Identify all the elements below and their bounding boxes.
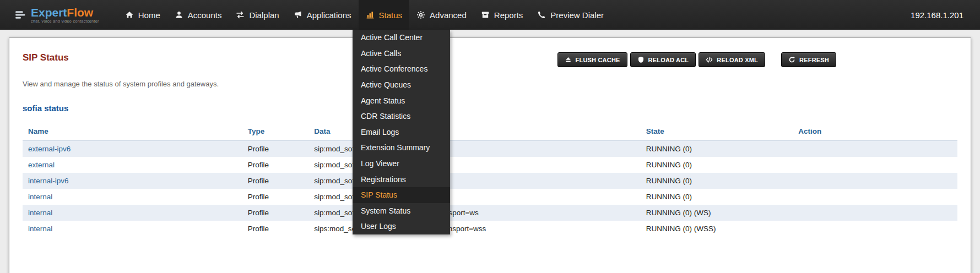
nav-item-label: Home	[138, 10, 160, 20]
button-label: FLUSH CACHE	[576, 57, 620, 63]
box-icon	[481, 10, 490, 19]
column-header-state: State	[641, 123, 793, 140]
cell-type: Profile	[242, 173, 308, 189]
cell-state: RUNNING (0)	[641, 157, 793, 173]
menu-item-active-queues[interactable]: Active Queues	[353, 77, 450, 93]
cell-action	[793, 157, 957, 173]
nav-item-dialplan[interactable]: Dialplan	[229, 0, 286, 30]
table-header-row: Name Type Data State Action	[23, 123, 957, 140]
phone-icon	[537, 10, 546, 19]
chart-icon	[366, 10, 375, 19]
nav-item-label: Advanced	[430, 10, 467, 20]
nav-item-label: Dialplan	[249, 10, 279, 20]
menu-item-sip-status[interactable]: SIP Status	[353, 187, 450, 203]
nav-item-label: Status	[379, 10, 403, 20]
cell-action	[793, 221, 957, 237]
home-icon	[125, 10, 134, 19]
transfer-icon	[236, 10, 245, 19]
logo-part1: Expert	[31, 6, 67, 19]
column-header-type: Type	[242, 123, 308, 140]
megaphone-icon	[294, 10, 302, 19]
content-card: FLUSH CACHE RELOAD ACL RELOAD XML REFRES…	[9, 37, 971, 273]
code-icon	[706, 56, 713, 63]
logo[interactable]: ExpertFlow chat, voice and video contact…	[15, 7, 99, 23]
logo-icon	[15, 9, 26, 20]
menu-item-active-calls[interactable]: Active Calls	[353, 46, 450, 62]
cell-type: Profile	[242, 221, 308, 237]
nav-item-label: Applications	[307, 10, 351, 20]
gear-icon	[416, 10, 425, 19]
cell-type: Profile	[242, 189, 308, 205]
menu-item-system-status[interactable]: System Status	[353, 203, 450, 219]
menu-item-email-logs[interactable]: Email Logs	[353, 124, 450, 140]
button-label: RELOAD ACL	[648, 57, 689, 63]
page-description: View and manage the status of system pro…	[23, 80, 957, 88]
nav-item-accounts[interactable]: Accounts	[167, 0, 229, 30]
logo-name: ExpertFlow	[31, 7, 99, 18]
logo-text: ExpertFlow chat, voice and video contact…	[31, 7, 99, 23]
cell-action	[793, 205, 957, 221]
user-icon	[175, 10, 183, 19]
reload-acl-button[interactable]: RELOAD ACL	[630, 52, 696, 67]
table-row: internal Profile sip:mod_sofia@192.168.1…	[23, 205, 957, 221]
profile-link[interactable]: internal	[28, 225, 52, 233]
table-row: internal Profile sip:mod_sofia@192.168.1…	[23, 189, 957, 205]
cell-state: RUNNING (0) (WSS)	[641, 221, 793, 237]
cell-action	[793, 173, 957, 189]
toolbar: FLUSH CACHE RELOAD ACL RELOAD XML REFRES…	[557, 52, 836, 67]
nav-item-status[interactable]: Status	[359, 0, 410, 30]
nav-item-home[interactable]: Home	[118, 0, 167, 30]
nav-item-applications[interactable]: Applications	[286, 0, 359, 30]
table-row: internal Profile sips:mod_sofia@192.168.…	[23, 221, 957, 237]
table-row: external Profile sip:mod_sofia@192.168.1…	[23, 157, 957, 173]
section-title: sofia status	[23, 103, 957, 113]
logo-part2: Flow	[67, 6, 93, 19]
cell-action	[793, 189, 957, 205]
menu-item-active-conferences[interactable]: Active Conferences	[353, 61, 450, 77]
cell-type: Profile	[242, 157, 308, 173]
profile-link[interactable]: internal	[28, 193, 52, 201]
table-row: external-ipv6 Profile sip:mod_sofia@[::]…	[23, 140, 957, 157]
cell-type: Profile	[242, 140, 308, 157]
nav-item-label: Accounts	[188, 10, 222, 20]
nav-item-label: Preview Dialer	[550, 10, 604, 20]
cell-state: RUNNING (0)	[641, 173, 793, 189]
menu-item-registrations[interactable]: Registrations	[353, 171, 450, 187]
refresh-icon	[788, 56, 795, 63]
menu-item-user-logs[interactable]: User Logs	[353, 219, 450, 234]
eject-icon	[565, 56, 572, 63]
button-label: REFRESH	[799, 57, 829, 63]
column-header-name: Name	[23, 123, 242, 140]
server-address: 192.168.1.201	[911, 10, 963, 20]
button-label: RELOAD XML	[717, 57, 758, 63]
menu-item-active-call-center[interactable]: Active Call Center	[353, 30, 450, 46]
cell-action	[793, 140, 957, 157]
nav-item-reports[interactable]: Reports	[474, 0, 530, 30]
refresh-button[interactable]: REFRESH	[781, 52, 836, 67]
profile-link[interactable]: external	[28, 161, 55, 169]
flush-cache-button[interactable]: FLUSH CACHE	[557, 52, 627, 67]
column-header-action: Action	[793, 123, 957, 140]
shield-icon	[637, 56, 645, 63]
profile-link[interactable]: internal-ipv6	[28, 177, 69, 185]
nav-item-preview-dialer[interactable]: Preview Dialer	[530, 0, 611, 30]
table-row: internal-ipv6 Profile sip:mod_sofia@[::]…	[23, 173, 957, 189]
cell-type: Profile	[242, 205, 308, 221]
menu-item-log-viewer[interactable]: Log Viewer	[353, 156, 450, 172]
menu-item-extension-summary[interactable]: Extension Summary	[353, 140, 450, 156]
menu-item-cdr-statistics[interactable]: CDR Statistics	[353, 108, 450, 124]
cell-state: RUNNING (0) (WS)	[641, 205, 793, 221]
cell-state: RUNNING (0)	[641, 140, 793, 157]
reload-xml-button[interactable]: RELOAD XML	[699, 52, 765, 67]
profile-link[interactable]: internal	[28, 209, 52, 217]
nav-item-label: Reports	[494, 10, 523, 20]
logo-tagline: chat, voice and video contactcenter	[31, 19, 99, 23]
status-dropdown-menu: Active Call Center Active Calls Active C…	[353, 30, 450, 234]
main-nav: Home Accounts Dialplan Applications Stat…	[118, 0, 611, 30]
sofia-status-table: Name Type Data State Action external-ipv…	[23, 123, 957, 237]
cell-state: RUNNING (0)	[641, 189, 793, 205]
navbar: ExpertFlow chat, voice and video contact…	[0, 0, 980, 30]
menu-item-agent-status[interactable]: Agent Status	[353, 92, 450, 108]
profile-link[interactable]: external-ipv6	[28, 145, 71, 153]
nav-item-advanced[interactable]: Advanced	[409, 0, 474, 30]
